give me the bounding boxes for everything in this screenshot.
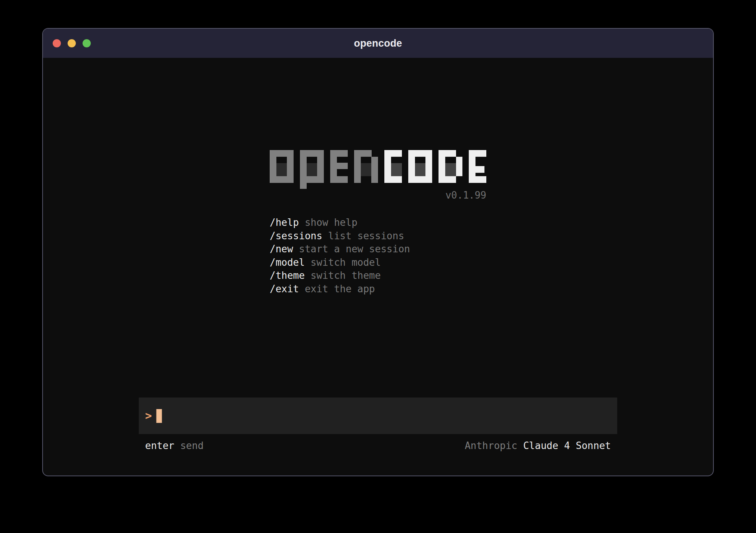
window-title: opencode xyxy=(354,38,402,49)
keybind-hint: enter send xyxy=(145,440,204,452)
command-description: exit the app xyxy=(305,283,375,294)
prompt-input[interactable]: > xyxy=(139,398,617,434)
command-row: /new start a new session xyxy=(270,243,486,256)
command-name: /sessions xyxy=(270,230,322,241)
command-row: /exit exit the app xyxy=(270,283,486,296)
titlebar: opencode xyxy=(43,29,713,58)
command-name: /model xyxy=(270,257,305,268)
model-indicator: Anthropic Claude 4 Sonnet xyxy=(465,440,611,452)
zoom-button[interactable] xyxy=(83,39,91,47)
traffic-lights xyxy=(53,29,91,58)
status-bar: enter send Anthropic Claude 4 Sonnet xyxy=(139,440,617,452)
command-description: switch model xyxy=(311,257,381,268)
command-row: /theme switch theme xyxy=(270,269,486,283)
command-name: /help xyxy=(270,217,299,228)
text-cursor xyxy=(157,409,162,423)
command-list: /help show help/sessions list sessions/n… xyxy=(270,216,486,296)
keybind-key: enter xyxy=(145,440,174,451)
command-description: start a new session xyxy=(299,243,410,255)
command-name: /new xyxy=(270,243,293,255)
model-name: Claude 4 Sonnet xyxy=(523,440,611,451)
main-content: v0.1.99 /help show help/sessions list se… xyxy=(43,58,713,296)
command-name: /theme xyxy=(270,270,305,281)
close-button[interactable] xyxy=(53,39,61,47)
keybind-action: send xyxy=(180,440,204,451)
command-row: /sessions list sessions xyxy=(270,230,486,243)
version-label: v0.1.99 xyxy=(270,189,486,202)
command-row: /model switch model xyxy=(270,256,486,269)
minimize-button[interactable] xyxy=(68,39,76,47)
model-provider: Anthropic xyxy=(465,440,517,451)
command-description: list sessions xyxy=(328,230,405,241)
prompt-symbol: > xyxy=(145,410,152,421)
command-description: show help xyxy=(305,217,357,228)
opencode-window: opencode v0.1.99 /help show help/session… xyxy=(42,28,714,476)
command-description: switch theme xyxy=(311,270,381,281)
logo-block: v0.1.99 xyxy=(270,150,486,202)
command-row: /help show help xyxy=(270,216,486,230)
opencode-pixel-logo xyxy=(270,150,486,189)
command-name: /exit xyxy=(270,283,299,294)
